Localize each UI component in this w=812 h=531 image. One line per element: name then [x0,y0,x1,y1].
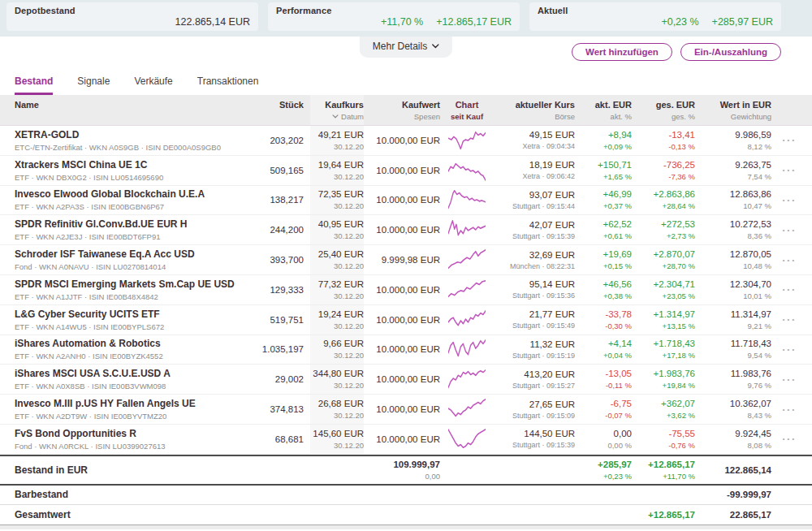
kurs-cell: 413,20 EURStuttgart · 09:15:27 [494,365,575,394]
sparkline-icon [448,188,486,211]
header-kaufkurs[interactable]: Kaufkurs Datum [310,95,364,125]
kaufkurs-cell: 77,32 EUR30.12.20 [310,275,364,304]
sort-chevron-down-icon [332,114,339,119]
wert-cell: 12.304,7010,01 % [702,275,771,304]
sparkline-icon [448,129,486,152]
header-wert: Wert in EURGewichtung [702,95,771,125]
sparkline-chart [447,305,487,335]
stueck-cell: 29,002 [247,365,304,394]
instrument-details: ETF · WKN A2JE3J · ISIN IE00BDT6FP91 [15,232,240,241]
position-row[interactable]: Invesco M.III p.US HY Fallen Angels UE E… [0,395,812,425]
name-cell: SPDR Refinitiv Gl.Conv.Bd.UE EUR H ETF ·… [15,215,240,244]
ges-eur-cell: -736,25-7,36 % [638,156,695,185]
row-menu-button[interactable]: ··· [778,275,801,304]
row-menu-button[interactable]: ··· [778,245,801,274]
kaufkurs-cell: 26,68 EUR30.12.20 [310,395,364,424]
tab-verkaeufe[interactable]: Verkäufe [134,76,172,95]
sparkline-icon [448,398,486,421]
today-label: Aktuell [538,6,773,15]
position-row[interactable]: Schroder ISF Taiwanese Eq.A Acc USD Fond… [0,245,812,275]
kaufkurs-cell: 145,60 EUR30.12.20 [310,425,364,454]
stueck-cell: 393,700 [247,245,304,274]
wert-cell: 10.362,078,43 % [702,395,771,424]
instrument-details: ETF · WKN A14WU5 · ISIN IE00BYPLS672 [15,322,240,331]
gesamtwert-wert: 22.865,17 [702,505,771,525]
instrument-name[interactable]: Xtrackers MSCI China UE 1C [15,159,240,171]
row-menu-button[interactable]: ··· [778,215,801,244]
akt-eur-cell: -6,75-0,07 % [581,395,632,424]
name-cell: L&G Cyber Security UCITS ETF ETF · WKN A… [15,305,240,335]
row-menu-button[interactable]: ··· [778,156,801,185]
row-menu-button[interactable]: ··· [778,365,801,394]
deposit-withdraw-button[interactable]: Ein-/Auszahlung [680,43,781,61]
tab-signale[interactable]: Signale [77,76,110,95]
gesamtwert-label: Gesamtwert [15,505,240,525]
wert-cell: 9.263,757,54 % [702,156,771,185]
instrument-details: ETF · WKN A1JJTF · ISIN IE00B48X4842 [15,292,240,301]
instrument-details: ETF · WKN A2PA3S · ISIN IE00BGBN6P67 [15,202,240,211]
instrument-name[interactable]: iShares MSCI USA S.C.U.E.USD A [15,368,240,379]
tab-bestand[interactable]: Bestand [15,76,53,95]
instrument-name[interactable]: FvS Bond Opportunities R [15,428,240,439]
position-row[interactable]: iShares Automation & Robotics ETF · WKN … [0,335,812,365]
row-menu-button[interactable]: ··· [778,186,801,215]
name-cell: iShares MSCI USA S.C.U.E.USD A ETF · WKN… [15,365,240,394]
kurs-cell: 95,14 EURStuttgart · 09:15:36 [494,275,575,304]
barbestand-label: Barbestand [15,486,240,504]
kurs-cell: 32,69 EURMünchen · 08:22:31 [494,245,575,274]
row-menu-button[interactable]: ··· [778,126,801,155]
instrument-name[interactable]: Invesco Elwood Global Blockchain U.E.A [15,188,240,200]
row-menu-button[interactable]: ··· [778,335,801,365]
performance-card: Performance +11,70 % +12.865,17 EUR [268,2,520,31]
kaufwert-cell: 10.000,00 EUR [370,425,440,454]
position-row[interactable]: Invesco Elwood Global Blockchain U.E.A E… [0,186,812,216]
today-value: +285,97 EUR [712,16,773,28]
instrument-details: ETF · WKN A2ANH0 · ISIN IE00BYZK4552 [15,352,240,360]
row-menu-button[interactable]: ··· [778,425,801,454]
position-row[interactable]: L&G Cyber Security UCITS ETF ETF · WKN A… [0,305,812,335]
name-cell: XETRA-GOLD ETC-/ETN-Zertifikat · WKN A0S… [15,126,240,155]
wert-cell: 11.983,769,76 % [702,365,771,394]
ellipsis-menu-icon: ··· [782,134,797,146]
stueck-cell: 68,681 [247,425,304,454]
ellipsis-menu-icon: ··· [782,404,797,416]
position-row[interactable]: SPDR MSCI Emerging Markets Sm.Cap UE USD… [0,275,812,305]
header-chart: Chartseit Kauf [447,95,487,125]
position-row[interactable]: iShares MSCI USA S.C.U.E.USD A ETF · WKN… [0,365,812,395]
row-menu-button[interactable]: ··· [778,395,801,424]
ges-eur-cell: +362,07+3,62 % [638,395,695,424]
kurs-cell: 18,19 EURXetra · 09:06:42 [494,156,575,185]
ellipsis-menu-icon: ··· [782,224,797,236]
instrument-details: Fond · WKN A0RCKL · ISIN LU0399027613 [15,442,240,451]
position-row[interactable]: FvS Bond Opportunities R Fond · WKN A0RC… [0,425,812,455]
stueck-cell: 129,333 [247,275,304,304]
depot-value: 122.865,14 EUR [175,16,250,28]
bestand-ges-eur: +12.865,17+11,70 % [638,456,695,484]
position-row[interactable]: Xtrackers MSCI China UE 1C ETF · WKN DBX… [0,156,812,186]
instrument-name[interactable]: XETRA-GOLD [15,129,240,140]
instrument-name[interactable]: Schroder ISF Taiwanese Eq.A Acc USD [15,248,240,260]
gesamtwert-ges-eur: +12.865,17 [638,505,695,525]
instrument-name[interactable]: SPDR Refinitiv Gl.Conv.Bd.UE EUR H [15,218,240,230]
position-row[interactable]: SPDR Refinitiv Gl.Conv.Bd.UE EUR H ETF ·… [0,215,812,245]
wert-cell: 12.870,0510,48 % [702,245,771,274]
stueck-cell: 203,202 [247,126,304,155]
position-row[interactable]: XETRA-GOLD ETC-/ETN-Zertifikat · WKN A0S… [0,126,812,156]
instrument-name[interactable]: L&G Cyber Security UCITS ETF [15,309,240,320]
instrument-name[interactable]: iShares Automation & Robotics [15,338,240,349]
instrument-name[interactable]: Invesco M.III p.US HY Fallen Angels UE [15,398,240,409]
more-details-button[interactable]: Mehr Details [360,37,452,58]
kurs-cell: 11,32 EURStuttgart · 09:15:19 [494,335,575,365]
add-value-button[interactable]: Wert hinzufügen [572,43,672,61]
sparkline-icon [448,368,486,391]
bestand-label: Bestand in EUR [15,456,240,484]
stueck-cell: 374,813 [247,395,304,424]
depot-value-card: Depotbestand 122.865,14 EUR [6,2,258,31]
tab-transaktionen[interactable]: Transaktionen [197,76,259,95]
row-menu-button[interactable]: ··· [778,305,801,335]
wert-cell: 11.718,439,54 % [702,335,771,365]
kaufkurs-cell: 72,35 EUR30.12.20 [310,186,364,215]
instrument-name[interactable]: SPDR MSCI Emerging Markets Sm.Cap UE USD [15,278,240,290]
akt-eur-cell: +8,94+0,09 % [581,126,632,155]
sparkline-icon [448,428,486,451]
